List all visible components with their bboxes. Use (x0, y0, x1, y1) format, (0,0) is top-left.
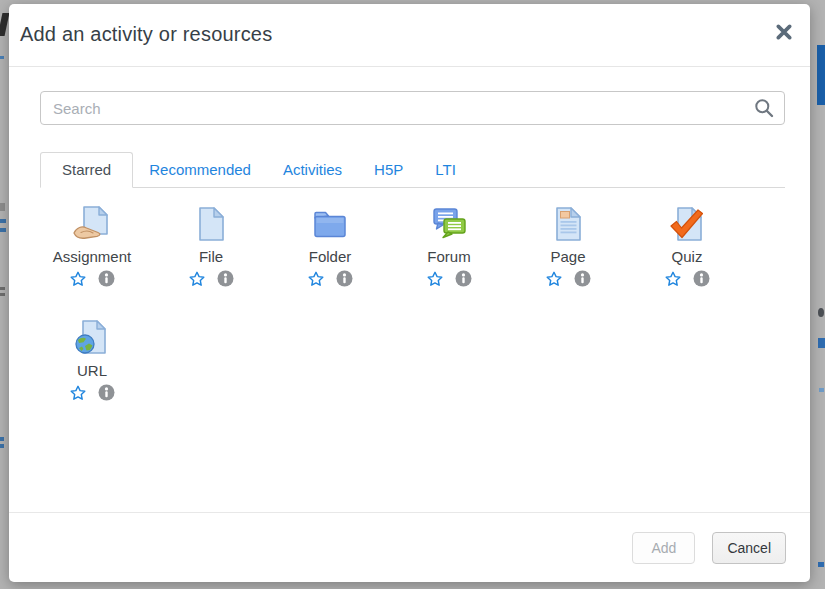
search-input[interactable] (40, 91, 785, 125)
info-icon[interactable] (98, 270, 115, 287)
activity-label: Forum (427, 248, 470, 265)
background-fragment (0, 437, 4, 441)
activity-item-forum[interactable]: Forum (397, 205, 501, 287)
modal-header: Add an activity or resources (9, 4, 810, 67)
star-icon[interactable] (308, 270, 325, 287)
background-fragment (0, 56, 4, 59)
activity-item-quiz[interactable]: Quiz (635, 205, 739, 287)
background-fragment (817, 45, 825, 105)
tab-bar: Starred Recommended Activities H5P LTI (40, 152, 785, 188)
activity-label: File (199, 248, 223, 265)
item-actions (70, 270, 115, 287)
background-fragment (0, 219, 6, 223)
background-fragment (0, 287, 5, 290)
close-icon (776, 24, 792, 43)
add-activity-modal: Add an activity or resources Starred (9, 4, 810, 582)
info-icon[interactable] (574, 270, 591, 287)
star-icon[interactable] (70, 384, 87, 401)
background-fragment (0, 203, 5, 211)
cancel-button[interactable]: Cancel (712, 532, 786, 564)
activity-item-url[interactable]: URL (40, 319, 144, 401)
screen: Add an activity or resources Starred (0, 0, 825, 589)
assignment-icon (73, 205, 111, 243)
activity-label: Page (550, 248, 585, 265)
item-actions (546, 270, 591, 287)
background-fragment (818, 562, 824, 567)
item-actions (427, 270, 472, 287)
activity-label: Assignment (53, 248, 131, 265)
page-icon (549, 205, 587, 243)
info-icon[interactable] (336, 270, 353, 287)
close-button[interactable] (775, 24, 793, 42)
info-icon[interactable] (693, 270, 710, 287)
info-icon[interactable] (98, 384, 115, 401)
star-icon[interactable] (427, 270, 444, 287)
activity-item-file[interactable]: File (159, 205, 263, 287)
tab-activities[interactable]: Activities (267, 153, 358, 187)
folder-icon (311, 205, 349, 243)
item-actions (189, 270, 234, 287)
star-icon[interactable] (189, 270, 206, 287)
item-actions (70, 384, 115, 401)
item-actions (665, 270, 710, 287)
background-fragment (0, 293, 5, 296)
activity-grid: Assignment (40, 205, 785, 401)
quiz-icon (668, 205, 706, 243)
modal-body: Starred Recommended Activities H5P LTI (9, 67, 810, 401)
info-icon[interactable] (455, 270, 472, 287)
forum-icon (430, 205, 468, 243)
tab-recommended[interactable]: Recommended (133, 153, 267, 187)
activity-label: Folder (309, 248, 352, 265)
star-icon[interactable] (665, 270, 682, 287)
background-fragment (818, 308, 824, 317)
activity-label: Quiz (672, 248, 703, 265)
background-fragment (819, 388, 824, 392)
tab-starred[interactable]: Starred (40, 152, 133, 188)
search-bar (40, 91, 785, 125)
activity-item-folder[interactable]: Folder (278, 205, 382, 287)
activity-item-page[interactable]: Page (516, 205, 620, 287)
background-fragment (818, 338, 825, 348)
star-icon[interactable] (70, 270, 87, 287)
background-fragment (0, 444, 4, 448)
modal-title: Add an activity or resources (20, 23, 794, 46)
item-actions (308, 270, 353, 287)
url-icon (73, 319, 111, 357)
activity-item-assignment[interactable]: Assignment (40, 205, 144, 287)
activity-label: URL (77, 362, 107, 379)
tab-lti[interactable]: LTI (419, 153, 472, 187)
search-icon[interactable] (754, 98, 774, 118)
star-icon[interactable] (546, 270, 563, 287)
modal-footer: Add Cancel (9, 512, 810, 582)
add-button[interactable]: Add (632, 532, 695, 564)
info-icon[interactable] (217, 270, 234, 287)
background-fragment (0, 228, 6, 232)
file-icon (192, 205, 230, 243)
tab-h5p[interactable]: H5P (358, 153, 419, 187)
